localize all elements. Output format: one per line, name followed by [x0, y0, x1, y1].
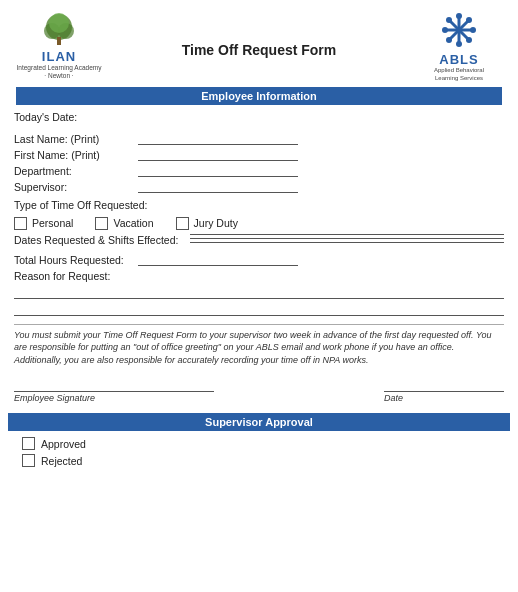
last-name-row: Last Name: (Print) — [14, 131, 504, 145]
approved-label: Approved — [41, 438, 86, 450]
approved-item: Approved — [22, 437, 496, 450]
ilan-logo: ILAN Integrated Learning Academy · Newto… — [14, 11, 104, 80]
dates-fields — [190, 234, 504, 243]
svg-point-9 — [456, 13, 462, 19]
last-name-label: Last Name: (Print) — [14, 133, 134, 145]
abls-icon — [437, 8, 481, 52]
ilan-subtitle: Integrated Learning Academy · Newton · — [17, 64, 102, 80]
jury-duty-label: Jury Duty — [194, 217, 238, 229]
total-hours-row: Total Hours Requested: — [14, 252, 504, 266]
jury-duty-checkbox-item: Jury Duty — [176, 217, 238, 230]
page: ILAN Integrated Learning Academy · Newto… — [0, 0, 518, 592]
svg-point-3 — [49, 13, 69, 33]
svg-point-12 — [470, 27, 476, 33]
ilan-name: ILAN — [42, 49, 76, 64]
last-name-field[interactable] — [138, 131, 298, 145]
form-body: Today's Date: Last Name: (Print) First N… — [0, 105, 518, 414]
svg-rect-4 — [57, 37, 61, 45]
reason-lines — [14, 285, 504, 316]
header: ILAN Integrated Learning Academy · Newto… — [0, 0, 518, 87]
total-hours-label: Total Hours Requested: — [14, 254, 134, 266]
dates-field-3[interactable] — [190, 242, 504, 243]
time-off-type-section: Type of Time Off Requested: Personal Vac… — [14, 199, 504, 230]
department-field[interactable] — [138, 163, 298, 177]
form-title-area: Time Off Request Form — [104, 32, 414, 58]
personal-checkbox[interactable] — [14, 217, 27, 230]
vacation-label: Vacation — [113, 217, 153, 229]
department-label: Department: — [14, 165, 134, 177]
personal-checkbox-item: Personal — [14, 217, 73, 230]
svg-point-11 — [442, 27, 448, 33]
personal-label: Personal — [32, 217, 73, 229]
form-title: Time Off Request Form — [104, 42, 414, 58]
employee-sig-label: Employee Signature — [14, 393, 95, 403]
dates-field-1[interactable] — [190, 234, 504, 235]
svg-point-10 — [456, 41, 462, 47]
supervisor-row: Supervisor: — [14, 179, 504, 193]
first-name-row: First Name: (Print) — [14, 147, 504, 161]
vacation-checkbox-item: Vacation — [95, 217, 153, 230]
department-row: Department: — [14, 163, 504, 177]
todays-date-label: Today's Date: — [14, 111, 134, 123]
employee-section-bar: Employee Information — [16, 87, 502, 105]
first-name-field[interactable] — [138, 147, 298, 161]
employee-sig-block: Employee Signature — [14, 374, 214, 403]
date-sig-block: Date — [384, 374, 504, 403]
time-off-type-label: Type of Time Off Requested: — [14, 199, 147, 211]
svg-point-15 — [466, 17, 472, 23]
approval-section: Supervisor Approval Approved Rejected — [8, 413, 510, 477]
date-label: Date — [384, 393, 403, 403]
abls-logo: ABLS Applied Behavioral Learning Service… — [414, 8, 504, 83]
reason-label: Reason for Request: — [14, 270, 110, 282]
dates-field-2[interactable] — [190, 238, 504, 239]
tree-icon — [40, 11, 78, 49]
time-off-checkboxes: Personal Vacation Jury Duty — [14, 217, 504, 230]
employee-sig-line[interactable] — [14, 374, 214, 392]
first-name-label: First Name: (Print) — [14, 149, 134, 161]
approved-checkbox[interactable] — [22, 437, 35, 450]
signature-row: Employee Signature Date — [14, 372, 504, 403]
approval-body: Approved Rejected — [8, 431, 510, 477]
rejected-item: Rejected — [22, 454, 496, 467]
abls-subtitle: Applied Behavioral Learning Services — [434, 67, 484, 83]
svg-point-13 — [446, 17, 452, 23]
svg-point-16 — [446, 37, 452, 43]
supervisor-field[interactable] — [138, 179, 298, 193]
reason-section: Reason for Request: — [14, 270, 504, 316]
reason-field-1[interactable] — [14, 285, 504, 299]
vacation-checkbox[interactable] — [95, 217, 108, 230]
dates-label: Dates Requested & Shifts Effected: — [14, 234, 186, 246]
todays-date-row: Today's Date: — [14, 111, 504, 123]
supervisor-label: Supervisor: — [14, 181, 134, 193]
dates-section: Dates Requested & Shifts Effected: — [14, 234, 504, 248]
jury-duty-checkbox[interactable] — [176, 217, 189, 230]
svg-point-14 — [466, 37, 472, 43]
abls-name: ABLS — [439, 52, 478, 67]
date-sig-line[interactable] — [384, 374, 504, 392]
notice-text: You must submit your Time Off Request Fo… — [14, 324, 504, 367]
total-hours-field[interactable] — [138, 252, 298, 266]
rejected-label: Rejected — [41, 455, 82, 467]
rejected-checkbox[interactable] — [22, 454, 35, 467]
employee-section: Employee Information — [8, 87, 510, 105]
approval-bar: Supervisor Approval — [8, 413, 510, 431]
reason-field-2[interactable] — [14, 302, 504, 316]
